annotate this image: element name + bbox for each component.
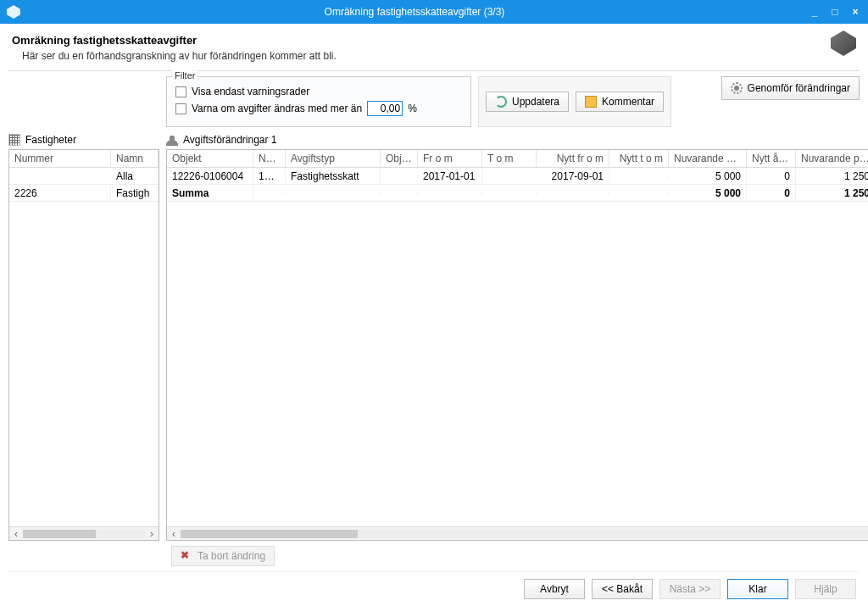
back-button[interactable]: << Bakåt bbox=[592, 579, 653, 599]
page-title: Omräkning fastighetsskatteavgifter bbox=[12, 34, 856, 47]
update-button[interactable]: Uppdatera bbox=[486, 92, 569, 112]
remove-change-button: ✖ Ta bort ändring bbox=[171, 546, 275, 566]
left-panel-label: Fastigheter bbox=[8, 132, 159, 147]
summary-row: Summa 5 000 0 1 250 bbox=[167, 185, 868, 202]
app-icon bbox=[7, 5, 20, 19]
apply-changes-label: Genomför förändringar bbox=[748, 82, 850, 94]
right-panel-label: Avgiftsförändringar 1 bbox=[166, 132, 860, 147]
scroll-left-icon[interactable]: ‹ bbox=[167, 528, 181, 540]
comment-button[interactable]: Kommentar bbox=[576, 92, 664, 112]
user-icon bbox=[166, 134, 178, 146]
threshold-unit: % bbox=[408, 103, 417, 114]
comment-button-label: Kommentar bbox=[602, 96, 654, 108]
col-nuvars[interactable]: Nuvarande årsb... bbox=[669, 150, 747, 167]
next-button: Nästa >> bbox=[659, 579, 721, 599]
changes-hscroll[interactable]: ‹ › bbox=[167, 526, 868, 540]
changes-header: Objekt Na... Avgiftstyp Objek... Fr o m … bbox=[167, 150, 868, 168]
finish-button[interactable]: Klar bbox=[727, 579, 788, 599]
page-header: Omräkning fastighetsskatteavgifter Här s… bbox=[8, 32, 860, 69]
properties-body[interactable]: Alla 2226 Fastigh bbox=[9, 168, 159, 526]
minimize-button[interactable]: _ bbox=[809, 6, 821, 18]
warn-changes-checkbox[interactable] bbox=[175, 103, 186, 114]
threshold-input[interactable] bbox=[367, 101, 403, 116]
refresh-icon bbox=[495, 96, 507, 108]
col-nyttfrom[interactable]: Nytt fr o m bbox=[537, 150, 609, 167]
col-objekt[interactable]: Objekt bbox=[167, 150, 253, 167]
table-row[interactable]: 2226 Fastigh bbox=[9, 185, 159, 202]
toolbar: Filter Visa endast varningsrader Varna o… bbox=[8, 76, 860, 132]
changes-body[interactable]: 12226-0106004 117... Fastighetsskatt 201… bbox=[167, 168, 868, 526]
scroll-left-icon[interactable]: ‹ bbox=[9, 528, 23, 540]
col-nuvper[interactable]: Nuvarande perio... bbox=[796, 150, 868, 167]
properties-header: Nummer Namn bbox=[9, 150, 159, 168]
apply-changes-button[interactable]: Genomför förändringar bbox=[721, 76, 860, 100]
close-button[interactable]: × bbox=[849, 6, 861, 18]
window-controls: _ □ × bbox=[809, 6, 861, 18]
table-row[interactable]: 12226-0106004 117... Fastighetsskatt 201… bbox=[167, 168, 868, 185]
wizard-footer: Avbryt << Bakåt Nästa >> Klar Hjälp bbox=[8, 571, 860, 606]
scroll-right-icon[interactable]: › bbox=[145, 528, 159, 540]
filter-group: Filter Visa endast varningsrader Varna o… bbox=[166, 76, 471, 127]
titlebar: Omräkning fastighetsskatteavgifter (3/3)… bbox=[0, 0, 868, 24]
properties-table: Nummer Namn Alla 2226 Fastigh ‹ › bbox=[8, 149, 159, 541]
page-subtitle: Här ser du en förhandsgranskning av hur … bbox=[22, 50, 856, 62]
update-button-label: Uppdatera bbox=[512, 96, 559, 108]
col-nummer[interactable]: Nummer bbox=[9, 150, 111, 167]
cancel-button[interactable]: Avbryt bbox=[524, 579, 585, 599]
action-group: Uppdatera Kommentar bbox=[478, 76, 671, 127]
col-nytttom[interactable]: Nytt t o m bbox=[609, 150, 669, 167]
help-button: Hjälp bbox=[795, 579, 856, 599]
window-title: Omräkning fastighetsskatteavgifter (3/3) bbox=[20, 6, 809, 18]
changes-table: Objekt Na... Avgiftstyp Objek... Fr o m … bbox=[166, 149, 868, 541]
col-objek[interactable]: Objek... bbox=[381, 150, 418, 167]
divider bbox=[8, 70, 860, 71]
filter-legend: Filter bbox=[172, 70, 198, 81]
show-warnings-label: Visa endast varningsrader bbox=[192, 86, 309, 97]
remove-change-label: Ta bort ändring bbox=[198, 550, 265, 562]
show-warnings-checkbox[interactable] bbox=[175, 86, 186, 97]
col-tom[interactable]: T o m bbox=[482, 150, 537, 167]
col-namn[interactable]: Namn bbox=[111, 150, 159, 167]
warn-changes-label: Varna om avgifter ändras med mer än bbox=[192, 103, 362, 114]
cog-icon bbox=[731, 82, 743, 94]
col-avgiftstyp[interactable]: Avgiftstyp bbox=[286, 150, 381, 167]
table-row[interactable]: Alla bbox=[9, 168, 159, 185]
comment-icon bbox=[585, 96, 597, 108]
remove-icon: ✖ bbox=[181, 550, 192, 562]
maximize-button[interactable]: □ bbox=[829, 6, 841, 18]
grid-icon bbox=[8, 134, 20, 146]
properties-hscroll[interactable]: ‹ › bbox=[9, 526, 159, 540]
col-nyttars[interactable]: Nytt års... bbox=[747, 150, 796, 167]
col-na[interactable]: Na... bbox=[253, 150, 286, 167]
col-from[interactable]: Fr o m bbox=[418, 150, 482, 167]
